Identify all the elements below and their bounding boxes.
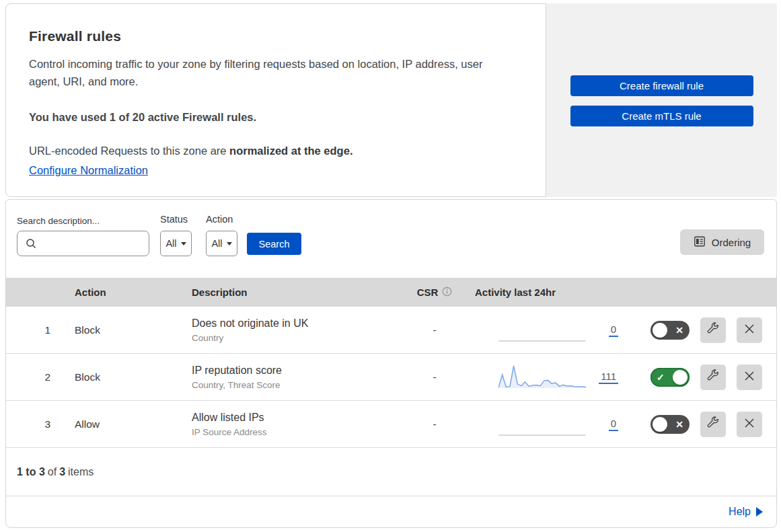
search-button[interactable]: Search	[247, 233, 301, 255]
wrench-icon	[706, 322, 720, 338]
action-filter-label: Action	[206, 214, 233, 225]
search-input[interactable]	[17, 231, 149, 256]
page-title: Firewall rules	[29, 28, 505, 44]
search-icon	[26, 238, 37, 250]
create-firewall-rule-button[interactable]: Create firewall rule	[570, 75, 753, 96]
csr-column-header: CSR	[399, 287, 470, 299]
edit-rule-button[interactable]	[700, 365, 726, 390]
activity-sparkline	[498, 315, 586, 345]
close-icon	[743, 370, 755, 384]
rule-description: Allow listed IPs	[192, 411, 399, 425]
table-row: 3 Allow Allow listed IPs IP Source Addre…	[6, 401, 776, 448]
toggle-knob	[653, 417, 667, 432]
rule-action: Block	[60, 371, 177, 383]
chevron-down-icon	[227, 242, 232, 245]
toggle-knob	[673, 370, 687, 385]
action-column-header: Action	[60, 287, 177, 298]
top-section: Firewall rules Control incoming traffic …	[5, 3, 777, 197]
description-column-header: Description	[177, 287, 399, 298]
edit-rule-button[interactable]	[700, 412, 726, 437]
enable-toggle[interactable]: ✓ ✕	[650, 321, 690, 340]
delete-rule-button[interactable]	[737, 317, 762, 343]
activity-count-link[interactable]: 0	[609, 418, 618, 431]
delete-rule-button[interactable]	[737, 412, 762, 437]
list-icon	[694, 235, 706, 250]
rule-csr: -	[399, 371, 470, 383]
search-label: Search description...	[17, 216, 100, 226]
wrench-icon	[706, 416, 720, 432]
edit-rule-button[interactable]	[700, 317, 726, 343]
rule-fields: Country	[192, 333, 399, 343]
configure-normalization-link[interactable]: Configure Normalization	[29, 164, 148, 177]
normalization-text: URL-encoded Requests to this zone are no…	[29, 142, 505, 159]
ordering-button[interactable]: Ordering	[680, 229, 764, 255]
table-row: 1 Block Does not originate in UK Country…	[6, 307, 776, 354]
create-mtls-rule-button[interactable]: Create mTLS rule	[570, 106, 753, 126]
check-icon: ✓	[657, 371, 665, 382]
toggle-knob	[653, 323, 667, 338]
activity-sparkline	[498, 363, 586, 392]
table-row: 2 Block IP reputation score Country, Thr…	[6, 354, 776, 401]
rule-fields: Country, Threat Score	[192, 380, 399, 390]
rule-description: IP reputation score	[192, 364, 399, 378]
rule-priority: 2	[6, 371, 60, 383]
rule-fields: IP Source Address	[192, 427, 399, 437]
pagination-summary: 1 to 3 of 3 items	[6, 448, 776, 496]
rule-priority: 3	[6, 418, 60, 430]
enable-toggle[interactable]: ✓ ✕	[650, 368, 690, 387]
activity-column-header: Activity last 24hr	[470, 287, 618, 298]
status-filter-label: Status	[160, 214, 188, 225]
rule-priority: 1	[6, 324, 60, 336]
table-header: Action Description CSR Activity last 24h…	[6, 278, 776, 307]
action-filter-dropdown[interactable]: All	[206, 231, 237, 256]
close-icon	[743, 323, 755, 337]
rule-action: Allow	[60, 418, 177, 430]
rule-csr: -	[399, 418, 470, 430]
rule-action: Block	[60, 324, 177, 336]
delete-rule-button[interactable]	[737, 365, 762, 390]
enable-toggle[interactable]: ✓ ✕	[650, 415, 690, 434]
x-icon: ✕	[675, 324, 683, 335]
rules-card: Search description... Status All Action …	[5, 199, 777, 528]
usage-notice: You have used 1 of 20 active Firewall ru…	[29, 108, 505, 126]
actions-panel: Create firewall rule Create mTLS rule	[546, 3, 777, 197]
arrow-right-icon	[756, 507, 763, 517]
wrench-icon	[706, 369, 720, 385]
status-filter-dropdown[interactable]: All	[160, 231, 192, 256]
help-link[interactable]: Help	[729, 506, 763, 518]
rule-description: Does not originate in UK	[192, 317, 399, 331]
intro-card: Firewall rules Control incoming traffic …	[5, 3, 546, 197]
info-icon[interactable]	[442, 287, 452, 299]
filter-bar: Search description... Status All Action …	[6, 200, 776, 278]
x-icon: ✕	[675, 418, 683, 429]
close-icon	[743, 417, 755, 431]
help-bar: Help	[6, 496, 776, 527]
activity-count-link[interactable]: 111	[599, 371, 618, 384]
page-description: Control incoming traffic to your zone by…	[29, 55, 505, 91]
activity-sparkline	[498, 410, 586, 439]
rule-csr: -	[399, 324, 470, 336]
chevron-down-icon	[181, 242, 186, 245]
activity-count-link[interactable]: 0	[609, 324, 618, 337]
